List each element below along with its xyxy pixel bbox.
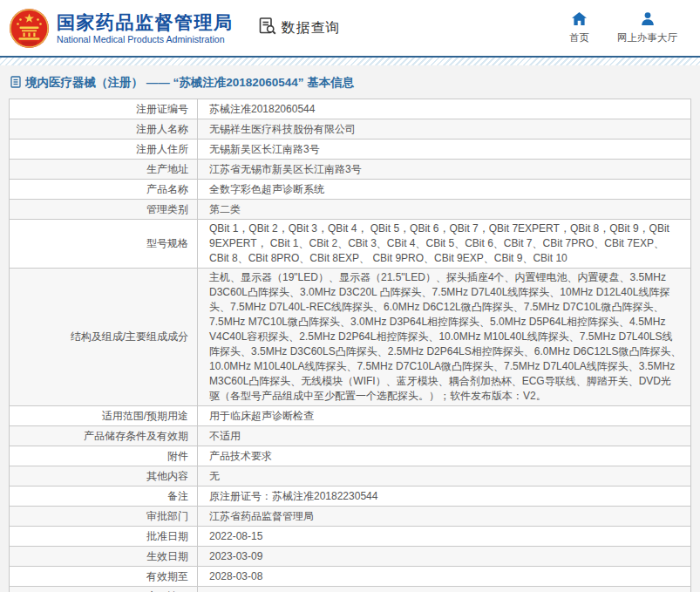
row-label: 批准日期 — [10, 527, 198, 546]
row-label: 适用范围/预期用途 — [10, 406, 198, 425]
page-title: 境内医疗器械（注册） —— “苏械注准20182060544” 基本信息 — [0, 65, 700, 99]
table-row: 附件产品技术要求 — [10, 446, 690, 466]
person-icon — [641, 12, 655, 29]
row-label: 备注 — [10, 487, 198, 506]
row-value: 第二类 — [198, 200, 690, 219]
table-row: 结构及组成/主要组成成分主机、显示器（19"LED）、显示器（21.5"LED）… — [10, 269, 690, 406]
info-table: 注册证编号苏械注准20182060544注册人名称无锡祥生医疗科技股份有限公司注… — [9, 99, 691, 592]
nav-service-hall[interactable]: 网上办事大厅 — [617, 12, 677, 44]
table-row: 型号规格QBit 1，QBit 2，QBit 3，QBit 4， QBit 5，… — [10, 220, 690, 269]
row-value: 江苏省药品监督管理局 — [198, 507, 690, 526]
table-row: 其他内容无 — [10, 466, 690, 487]
table-row: 有效期至2028-03-08 — [10, 567, 690, 587]
table-row: 生产地址江苏省无锡市新吴区长江南路3号 — [10, 160, 690, 180]
table-row: 管理类别第二类 — [10, 200, 690, 220]
row-label: 附件 — [10, 446, 198, 466]
row-value: 2023-03-09 — [198, 547, 690, 566]
row-value: 无锡新吴区长江南路3号 — [198, 139, 690, 159]
row-label: 生产地址 — [10, 160, 198, 179]
table-row: 生效日期2023-03-09 — [10, 547, 690, 567]
row-value: 江苏省无锡市新吴区长江南路3号 — [198, 160, 690, 179]
nav-home-label: 首页 — [569, 31, 589, 44]
row-label: 注册证编号 — [10, 99, 198, 119]
table-row: 注册人名称无锡祥生医疗科技股份有限公司 — [10, 119, 690, 139]
row-label: 其他内容 — [10, 466, 198, 486]
row-value — [198, 587, 690, 592]
national-emblem-icon — [9, 8, 50, 49]
home-icon — [572, 12, 587, 29]
logo-title-en: National Medical Products Administration — [57, 33, 234, 45]
row-label: 结构及组成/主要组成成分 — [10, 269, 198, 405]
row-value: 无 — [198, 466, 690, 486]
page-title-text: 境内医疗器械（注册） —— “苏械注准20182060544” 基本信息 — [25, 75, 354, 91]
row-label: 管理类别 — [10, 200, 198, 219]
row-value: 主机、显示器（19"LED）、显示器（21.5"LED）、探头插座4个、内置锂电… — [198, 269, 690, 405]
row-value: 2022-08-15 — [198, 527, 690, 546]
row-value: 产品技术要求 — [198, 446, 690, 466]
table-row: 注册证编号苏械注准20182060544 — [10, 99, 690, 119]
table-row: 备注原注册证号：苏械注准20182230544 — [10, 487, 690, 507]
row-label: 产品储存条件及有效期 — [10, 426, 198, 446]
table-row: 产品名称全数字彩色超声诊断系统 — [10, 180, 690, 200]
row-value: 不适用 — [198, 426, 690, 446]
hatch-band — [0, 58, 700, 65]
document-search-icon — [258, 17, 277, 39]
row-value: 原注册证号：苏械注准20182230544 — [198, 487, 690, 506]
table-row: 审批部门江苏省药品监督管理局 — [10, 507, 690, 527]
row-label: 有效期至 — [10, 567, 198, 586]
row-label: 审批部门 — [10, 507, 198, 526]
row-value: 苏械注准20182060544 — [198, 99, 690, 119]
nav-service-hall-label: 网上办事大厅 — [617, 31, 677, 44]
table-row: 产品储存条件及有效期不适用 — [10, 426, 690, 446]
row-label: 产品名称 — [10, 180, 198, 199]
header-nav: 首页 网上办事大厅 — [569, 12, 677, 44]
row-label: 注册人住所 — [10, 139, 198, 159]
data-query-label: 数据查询 — [282, 19, 341, 37]
nav-home[interactable]: 首页 — [569, 12, 589, 44]
row-label: 注册人名称 — [10, 119, 198, 139]
row-value: 用于临床超声诊断检查 — [198, 406, 690, 425]
nmpa-logo[interactable]: 国家药品监督管理局 National Medical Products Admi… — [9, 8, 234, 49]
row-value: 全数字彩色超声诊断系统 — [198, 180, 690, 199]
row-value: QBit 1，QBit 2，QBit 3，QBit 4， QBit 5，QBit… — [198, 220, 690, 268]
data-query-section[interactable]: 数据查询 — [258, 17, 341, 39]
table-row: 批准日期2022-08-15 — [10, 527, 690, 547]
table-row: 注册人住所无锡新吴区长江南路3号 — [10, 139, 690, 160]
table-row: 适用范围/预期用途用于临床超声诊断检查 — [10, 406, 690, 426]
document-icon — [10, 76, 21, 91]
row-value: 无锡祥生医疗科技股份有限公司 — [198, 119, 690, 139]
row-label: 生效日期 — [10, 547, 198, 566]
site-header: 国家药品监督管理局 National Medical Products Admi… — [0, 0, 700, 56]
table-row: 变更情况 — [10, 587, 690, 592]
logo-title-cn: 国家药品监督管理局 — [57, 11, 234, 33]
row-label: 型号规格 — [10, 220, 198, 268]
row-label: 变更情况 — [10, 587, 198, 592]
row-value: 2028-03-08 — [198, 567, 690, 586]
